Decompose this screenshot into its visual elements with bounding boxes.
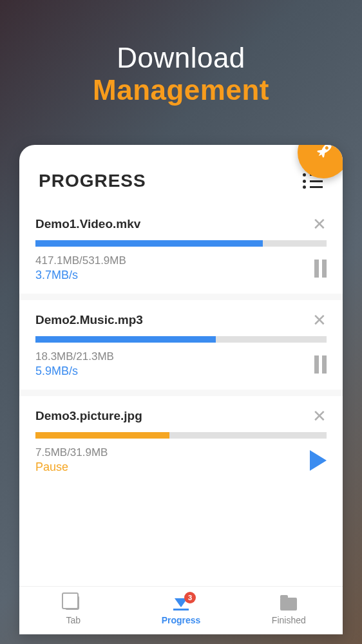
card-title: PROGRESS [39,171,146,191]
nav-label: Tab [66,615,81,625]
download-item: Demo3.picture.jpg ✕ 7.5MB/31.9MB Pause [19,396,343,486]
nav-label: Progress [162,615,201,625]
rocket-icon [310,145,336,167]
header-title-line2: Management [0,74,362,106]
nav-progress[interactable]: 3 Progress [127,587,234,634]
card-header: PROGRESS [19,145,343,204]
nav-label: Finished [272,615,306,625]
size-text: 18.3MB/21.3MB [35,350,114,363]
progress-card: PROGRESS Demo1.Video.mkv ✕ 417.1MB/531.9… [19,145,343,634]
size-text: 7.5MB/31.9MB [35,446,108,459]
file-name: Demo1.Video.mkv [35,217,140,231]
promo-header: Download Management [0,0,362,126]
progress-fill [35,240,263,247]
download-icon: 3 [173,596,189,612]
pause-button[interactable] [314,355,327,374]
play-icon [310,450,327,471]
header-title-line1: Download [0,42,362,74]
play-button[interactable] [310,450,327,471]
file-name: Demo3.picture.jpg [35,409,142,423]
bottom-nav: Tab 3 Progress Finished [19,586,343,634]
progress-bar [35,240,327,247]
file-name: Demo2.Music.mp3 [35,313,143,327]
tabs-icon [65,596,82,612]
speed-text: 3.7MB/s [35,269,126,282]
folder-icon [280,596,297,612]
download-item: Demo1.Video.mkv ✕ 417.1MB/531.9MB 3.7MB/… [19,204,343,294]
size-text: 417.1MB/531.9MB [35,254,126,267]
progress-bar [35,432,327,439]
status-text: Pause [35,460,108,474]
pause-button[interactable] [314,260,327,278]
pause-icon [314,260,327,278]
nav-tab[interactable]: Tab [19,587,127,634]
progress-bar [35,336,327,343]
pause-icon [314,355,327,374]
speed-text: 5.9MB/s [35,365,114,378]
close-icon[interactable]: ✕ [312,216,327,232]
progress-fill [35,336,216,343]
close-icon[interactable]: ✕ [312,312,327,328]
close-icon[interactable]: ✕ [312,408,327,424]
progress-fill [35,432,169,439]
nav-finished[interactable]: Finished [235,587,343,634]
badge-count: 3 [184,592,196,603]
download-list: Demo1.Video.mkv ✕ 417.1MB/531.9MB 3.7MB/… [19,204,343,486]
download-item: Demo2.Music.mp3 ✕ 18.3MB/21.3MB 5.9MB/s [19,300,343,390]
